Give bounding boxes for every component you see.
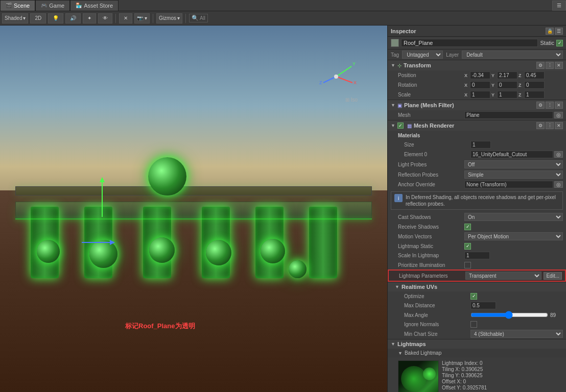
- scale-y-input[interactable]: [497, 91, 517, 99]
- mesh-filter-section: ▼ ▣ Plane (Mesh Filter) ⚙ ⋮ ✕ Mesh ◎: [388, 100, 566, 120]
- scale-z-input[interactable]: [524, 91, 545, 99]
- rotation-x-input[interactable]: [470, 81, 490, 89]
- scale-x-input[interactable]: [470, 91, 490, 99]
- mesh-filter-overflow-btn[interactable]: ⋮: [546, 102, 554, 109]
- top-tabs: 🎬 Scene 🎮 Game 🏪 Asset Store ☰: [0, 0, 566, 11]
- sphere-4: [206, 240, 231, 265]
- materials-size-input[interactable]: [470, 141, 491, 149]
- mesh-renderer-icon: ▦: [407, 123, 412, 129]
- inspector-menu-btn[interactable]: ☰: [555, 28, 563, 35]
- lightmap-edit-btn[interactable]: Edit...: [544, 272, 562, 280]
- svg-line-7: [336, 66, 351, 77]
- realtime-uvs-title: Realtime UVs: [402, 284, 563, 290]
- scale-in-lightmap-input[interactable]: [464, 252, 490, 259]
- object-name-input[interactable]: [401, 39, 538, 47]
- lightmap-parameters-row: Lightmap Parameters Transparent Edit...: [388, 270, 566, 282]
- tab-scene[interactable]: 🎬 Scene: [0, 0, 35, 11]
- camera-dropdown[interactable]: 📷 ▾: [134, 13, 150, 23]
- transform-overflow-btn[interactable]: ⋮: [546, 62, 554, 69]
- optimize-check[interactable]: [470, 293, 477, 300]
- reflection-probes-label: Reflection Probes: [398, 172, 464, 178]
- receive-shadows-row: Receive Shadows: [388, 222, 566, 231]
- element0-input[interactable]: [470, 151, 553, 158]
- scale-z: Z: [518, 91, 545, 99]
- anchor-override-label: Anchor Override: [398, 182, 464, 187]
- mesh-renderer-overflow-btn[interactable]: ⋮: [546, 122, 554, 129]
- transform-section-header[interactable]: ▼ ⊹ Transform ⚙ ⋮ ✕: [388, 60, 566, 70]
- tab-game[interactable]: 🎮 Game: [35, 0, 70, 11]
- tab-asset-store[interactable]: 🏪 Asset Store: [70, 0, 119, 11]
- receive-shadows-check[interactable]: [464, 224, 471, 230]
- static-checkbox[interactable]: [556, 40, 563, 46]
- motion-vectors-select[interactable]: Per Object Motion Camera Motion Force No…: [464, 232, 563, 240]
- scene-view[interactable]: Y X Z ⊞ Iso 标记Roof_Plane为透明: [0, 26, 387, 392]
- element0-select-btn[interactable]: ◎: [554, 151, 563, 158]
- cylinder-6: [309, 207, 337, 278]
- mesh-renderer-section: ▼ ▦ Mesh Renderer ⚙ ⋮ ✕ Materials Size E…: [388, 120, 566, 282]
- anchor-override-input[interactable]: [464, 181, 553, 188]
- materials-size-row: Size: [388, 140, 566, 150]
- 2d-btn[interactable]: 2D: [30, 13, 46, 23]
- game-tab-icon: 🎮: [41, 3, 47, 8]
- shading-dropdown[interactable]: Shaded ▾: [2, 13, 28, 23]
- ground-glow-line: [15, 218, 372, 219]
- realtime-uvs-header[interactable]: ▼ Realtime UVs: [388, 282, 566, 291]
- audio-btn[interactable]: 🔊: [65, 13, 81, 23]
- position-x-input[interactable]: [470, 71, 490, 79]
- rotation-z-input[interactable]: [524, 81, 545, 89]
- realtime-uvs-arrow: ▼: [395, 284, 399, 289]
- light-btn[interactable]: 💡: [48, 13, 63, 23]
- mesh-select-btn[interactable]: ◎: [554, 112, 563, 118]
- inspector-header: Inspector 🔒 ☰: [388, 26, 566, 37]
- transform-close-btn[interactable]: ✕: [555, 62, 563, 69]
- prioritize-illumination-check[interactable]: [464, 262, 471, 268]
- effects-btn[interactable]: ✦: [83, 13, 96, 23]
- element0-label: Element 0: [404, 152, 470, 157]
- transform-settings-btn[interactable]: ⚙: [536, 62, 545, 69]
- mesh-renderer-header[interactable]: ▼ ▦ Mesh Renderer ⚙ ⋮ ✕: [388, 120, 566, 131]
- sphere-1: [37, 240, 60, 263]
- layer-dropdown[interactable]: Default: [462, 51, 563, 59]
- ignore-normals-check[interactable]: [470, 321, 477, 328]
- min-chart-size-select[interactable]: 4 (Stitchable): [470, 330, 563, 338]
- mesh-filter-settings-btn[interactable]: ⚙: [536, 102, 545, 109]
- ignore-normals-label: Ignore Normals: [404, 322, 470, 327]
- mesh-renderer-settings-btn[interactable]: ⚙: [536, 122, 545, 129]
- mesh-filter-close-btn[interactable]: ✕: [555, 102, 563, 109]
- scene-tab-icon: 🎬: [6, 3, 12, 8]
- lightmap-static-check[interactable]: [464, 243, 471, 250]
- max-angle-slider[interactable]: [470, 312, 548, 317]
- mesh-input[interactable]: [464, 111, 553, 119]
- max-distance-input[interactable]: [470, 302, 496, 309]
- mesh-renderer-arrow: ▼: [391, 123, 395, 128]
- anchor-override-value: ◎: [464, 181, 563, 188]
- asset-store-tab-icon: 🏪: [76, 3, 82, 8]
- materials-size-label: Size: [404, 142, 470, 148]
- panel-menu-btn[interactable]: ☰: [552, 1, 566, 11]
- rotation-y-input[interactable]: [497, 81, 517, 89]
- lightmaps-section-header[interactable]: ▼ Lightmaps: [388, 339, 566, 349]
- svg-line-11: [323, 77, 336, 83]
- anchor-select-btn[interactable]: ◎: [554, 181, 563, 188]
- mesh-filter-header[interactable]: ▼ ▣ Plane (Mesh Filter) ⚙ ⋮ ✕: [388, 100, 566, 110]
- scale-y: Y: [491, 91, 517, 99]
- gizmos-dropdown[interactable]: Gizmos ▾: [156, 13, 182, 23]
- light-probes-select[interactable]: Off Blend Probes: [464, 160, 563, 168]
- reflection-probes-select[interactable]: Simple: [464, 170, 563, 179]
- hide-btn[interactable]: 👁: [98, 13, 112, 23]
- transform-btn[interactable]: ✕: [119, 13, 132, 23]
- inspector-lock-btn[interactable]: 🔒: [546, 28, 554, 35]
- tag-dropdown[interactable]: Untagged: [402, 51, 443, 59]
- baked-lightmap-header[interactable]: ▼ Baked Lightmap: [388, 349, 566, 357]
- max-distance-row: Max Distance: [388, 301, 566, 310]
- position-y-input[interactable]: [497, 71, 517, 79]
- cast-shadows-select[interactable]: On Off Two Sided: [464, 213, 563, 221]
- mesh-renderer-enable-check[interactable]: [397, 122, 404, 129]
- tiling-x: Tiling X: 0.390625: [442, 366, 563, 372]
- sphere-5: [261, 239, 285, 263]
- lightmap-parameters-value: Transparent Edit...: [465, 272, 562, 280]
- lightmap-parameters-select[interactable]: Transparent: [465, 272, 541, 280]
- position-z-input[interactable]: [524, 71, 545, 79]
- mesh-renderer-close-btn[interactable]: ✕: [555, 122, 563, 129]
- scale-in-lightmap-label: Scale In Lightmap: [398, 253, 464, 258]
